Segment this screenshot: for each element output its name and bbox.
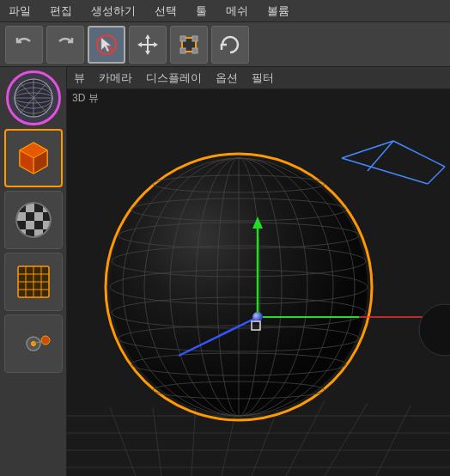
menu-create[interactable]: 생성하기: [88, 2, 139, 21]
material-mode-button[interactable]: [4, 191, 63, 249]
menu-edit[interactable]: 편집: [46, 2, 76, 21]
toolbar: [0, 22, 450, 67]
svg-marker-2: [101, 38, 111, 52]
scene-svg: [67, 89, 450, 476]
svg-rect-35: [34, 212, 43, 221]
left-sidebar: [0, 67, 67, 476]
svg-rect-13: [192, 48, 198, 53]
move-tool-button[interactable]: [129, 26, 167, 64]
globe-view-button[interactable]: [6, 70, 61, 125]
svg-line-62: [153, 407, 161, 476]
svg-marker-5: [145, 34, 150, 39]
main-area: 뷰 카메라 디스플레이 옵션 필터 3D 뷰: [0, 67, 450, 476]
viewport[interactable]: 뷰 카메라 디스플레이 옵션 필터 3D 뷰: [67, 67, 450, 476]
menu-select[interactable]: 선택: [151, 2, 180, 21]
svg-point-98: [419, 304, 450, 356]
object-mode-button[interactable]: [4, 129, 63, 187]
particle-mode-button[interactable]: [4, 314, 63, 373]
svg-line-88: [428, 167, 445, 184]
svg-line-87: [393, 141, 445, 167]
menu-mesh[interactable]: 메쉬: [222, 2, 252, 21]
viewport-menu-filter[interactable]: 필터: [252, 70, 274, 86]
svg-marker-7: [137, 42, 142, 47]
svg-marker-6: [145, 51, 150, 55]
viewport-menu-camera[interactable]: 카메라: [99, 70, 132, 86]
svg-rect-12: [180, 48, 185, 53]
svg-line-61: [110, 407, 136, 476]
redo-button[interactable]: [46, 26, 84, 64]
undo-button[interactable]: [5, 26, 43, 64]
svg-line-67: [325, 403, 368, 476]
svg-line-66: [286, 400, 325, 476]
viewport-menu-view[interactable]: 뷰: [74, 70, 85, 86]
viewport-menu-options[interactable]: 옵션: [216, 70, 238, 86]
viewport-label: 3D 뷰: [72, 91, 99, 106]
svg-rect-11: [192, 36, 198, 41]
svg-point-96: [252, 312, 263, 322]
svg-line-89: [342, 158, 428, 184]
svg-rect-39: [34, 221, 43, 229]
rotate-tool-button[interactable]: [211, 26, 249, 64]
svg-rect-34: [26, 212, 34, 221]
menu-bar: 파일 편집 생성하기 선택 툴 메쉬 볼륨: [0, 0, 450, 22]
transform-tool-button[interactable]: [170, 26, 208, 64]
menu-volume[interactable]: 볼륨: [264, 2, 293, 21]
viewport-menu-display[interactable]: 디스플레이: [146, 70, 202, 86]
cursor-tool-button[interactable]: [88, 26, 125, 64]
svg-rect-10: [180, 36, 185, 41]
menu-file[interactable]: 파일: [5, 2, 34, 21]
menu-tool[interactable]: 툴: [192, 2, 210, 21]
svg-point-55: [41, 336, 50, 345]
grid-mode-button[interactable]: [4, 253, 63, 311]
viewport-menubar: 뷰 카메라 디스플레이 옵션 필터: [67, 67, 450, 89]
svg-rect-38: [26, 221, 34, 229]
svg-marker-8: [154, 42, 158, 47]
